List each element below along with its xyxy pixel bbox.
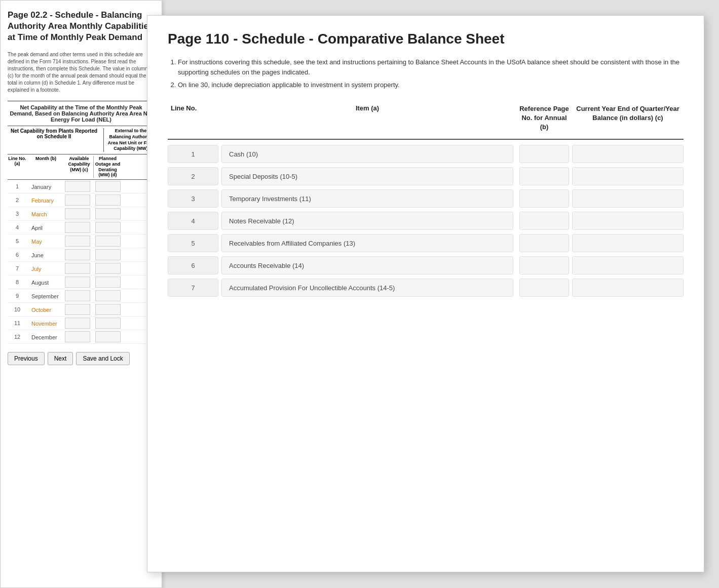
input-avail-5[interactable] (65, 236, 90, 247)
dt-balance-2[interactable] (572, 167, 684, 185)
input-avail-1[interactable] (65, 181, 90, 192)
lineno-12: 12 (8, 334, 27, 340)
dt-ref-5[interactable] (519, 234, 569, 252)
row-1: 1 January (8, 180, 155, 193)
input-avail-6[interactable] (65, 249, 90, 260)
month-6: June (27, 251, 65, 259)
dt-lineno-5: 5 (168, 234, 218, 252)
row-6: 6 June (8, 248, 155, 262)
table-row: 7 Accumulated Provision For Uncollectibl… (168, 279, 684, 297)
input-planned-3[interactable] (95, 208, 121, 219)
input-planned-1[interactable] (95, 181, 121, 192)
front-page: Page 110 - Schedule - Comparative Balanc… (147, 15, 704, 572)
dt-lineno-1: 1 (168, 145, 218, 163)
dt-balance-6[interactable] (572, 256, 684, 275)
lineno-1: 1 (8, 183, 27, 189)
lineno-11: 11 (8, 320, 27, 326)
dt-balance-5[interactable] (572, 234, 684, 252)
month-9: September (27, 292, 65, 300)
table-row: 3 Temporary Investments (11) (168, 189, 684, 208)
th-lineno: Line No. (168, 102, 218, 134)
input-avail-12[interactable] (65, 331, 90, 342)
row-10: 10 October (8, 303, 155, 317)
input-planned-10[interactable] (95, 304, 121, 315)
save-lock-button[interactable]: Save and Lock (76, 352, 129, 365)
back-page-title: Page 02.2 - Schedule - Balancing Authori… (8, 10, 155, 43)
th-item: Item (a) (218, 102, 516, 134)
front-table-header: Line No. Item (a) Reference Page No. for… (168, 102, 684, 140)
dt-ref-7[interactable] (519, 279, 569, 297)
month-4: April (27, 224, 65, 231)
input-planned-5[interactable] (95, 236, 121, 247)
input-avail-10[interactable] (65, 304, 90, 315)
lineno-10: 10 (8, 306, 27, 312)
dt-ref-2[interactable] (519, 167, 569, 185)
dt-ref-1[interactable] (519, 145, 569, 163)
month-2: February (27, 197, 65, 204)
input-planned-7[interactable] (95, 263, 121, 274)
input-planned-11[interactable] (95, 318, 121, 329)
table-row: 4 Notes Receivable (12) (168, 212, 684, 230)
row-2: 2 February (8, 193, 155, 207)
table-row: 6 Accounts Receivable (14) (168, 256, 684, 275)
main-header: Net Capability at the Time of the Monthl… (8, 104, 155, 123)
instructions-list: For instructions covering this schedule,… (168, 57, 684, 90)
input-avail-4[interactable] (65, 222, 90, 233)
table-row: 2 Special Deposits (10-5) (168, 167, 684, 185)
lineno-9: 9 (8, 293, 27, 299)
table-row: 1 Cash (10) (168, 145, 684, 163)
month-7: July (27, 265, 65, 272)
dt-item-4: Notes Receivable (12) (221, 212, 513, 230)
dt-lineno-2: 2 (168, 167, 218, 185)
dt-item-6: Accounts Receivable (14) (221, 256, 513, 275)
row-11: 11 November (8, 317, 155, 330)
month-12: December (27, 333, 65, 341)
input-planned-2[interactable] (95, 194, 121, 206)
lineno-3: 3 (8, 211, 27, 217)
dt-balance-1[interactable] (572, 145, 684, 163)
dt-item-7: Accumulated Provision For Uncollectible … (221, 279, 513, 297)
month-3: March (27, 210, 65, 218)
dt-balance-3[interactable] (572, 189, 684, 208)
col-header-lineno: Line No. (a) (8, 156, 27, 178)
input-avail-2[interactable] (65, 194, 90, 206)
instruction-1: For instructions covering this schedule,… (178, 57, 684, 77)
lineno-7: 7 (8, 265, 27, 271)
row-3: 3 March (8, 207, 155, 221)
next-button[interactable]: Next (48, 352, 73, 365)
dt-item-5: Receivables from Affiliated Companies (1… (221, 234, 513, 252)
input-avail-7[interactable] (65, 263, 90, 274)
dt-balance-4[interactable] (572, 212, 684, 230)
dt-ref-4[interactable] (519, 212, 569, 230)
previous-button[interactable]: Previous (8, 352, 45, 365)
input-planned-8[interactable] (95, 277, 121, 288)
dt-ref-6[interactable] (519, 256, 569, 275)
th-refpage: Reference Page No. for Annual (b) (516, 102, 572, 134)
input-planned-12[interactable] (95, 331, 121, 342)
input-planned-4[interactable] (95, 222, 121, 233)
row-8: 8 August (8, 276, 155, 289)
input-avail-8[interactable] (65, 277, 90, 288)
dt-ref-3[interactable] (519, 189, 569, 208)
lineno-5: 5 (8, 238, 27, 244)
lineno-4: 4 (8, 224, 27, 230)
dt-balance-7[interactable] (572, 279, 684, 297)
input-planned-9[interactable] (95, 290, 121, 301)
input-planned-6[interactable] (95, 249, 121, 260)
input-avail-11[interactable] (65, 318, 90, 329)
lineno-6: 6 (8, 252, 27, 258)
col-header-available: Available Capability (MW) (c) (65, 156, 93, 178)
sub-header-1: Net Capability from Plants Reported on S… (8, 128, 104, 152)
back-table-header: Net Capability at the Time of the Monthl… (8, 101, 155, 180)
dt-lineno-4: 4 (168, 212, 218, 230)
dt-lineno-7: 7 (168, 279, 218, 297)
month-11: November (27, 320, 65, 327)
months-table: 1 January 2 February 3 March 4 April 5 M… (8, 180, 155, 344)
row-4: 4 April (8, 221, 155, 234)
month-1: January (27, 183, 65, 190)
row-5: 5 May (8, 234, 155, 248)
input-avail-3[interactable] (65, 208, 90, 219)
input-avail-9[interactable] (65, 290, 90, 301)
dt-lineno-3: 3 (168, 189, 218, 208)
lineno-8: 8 (8, 279, 27, 285)
